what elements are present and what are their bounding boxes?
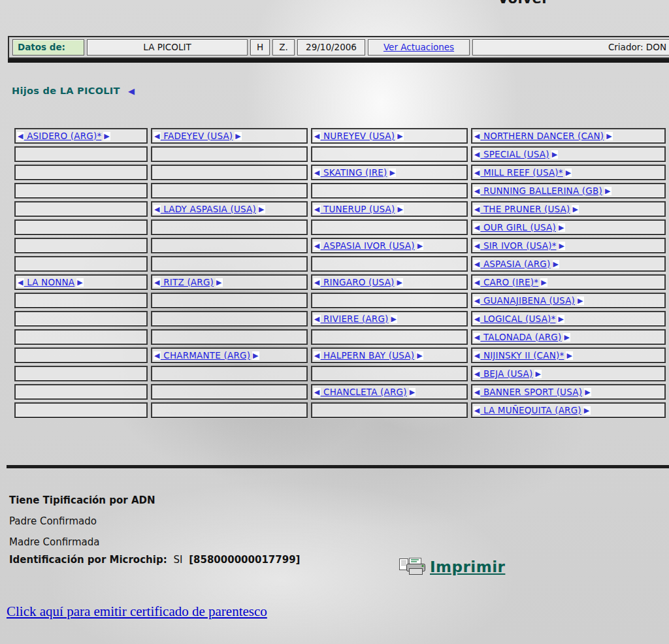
right-arrow-icon[interactable]: ▶ xyxy=(416,351,423,360)
right-arrow-icon[interactable]: ▶ xyxy=(235,132,242,140)
left-arrow-icon[interactable]: ◀ xyxy=(474,315,481,323)
right-arrow-icon[interactable]: ▶ xyxy=(557,315,564,323)
horse-link[interactable]: TUNERUP (USA) xyxy=(321,204,395,214)
horse-link[interactable]: RIVIERE (ARG) xyxy=(321,314,389,324)
horse-link[interactable]: TALONADA (ARG) xyxy=(480,332,561,342)
imprimir-button[interactable]: Imprimir xyxy=(399,556,505,577)
left-arrow-icon[interactable]: ◀ xyxy=(474,242,481,250)
left-arrow-icon[interactable]: ◀ xyxy=(17,132,24,140)
horse-link[interactable]: NUREYEV (USA) xyxy=(321,131,395,141)
right-arrow-icon[interactable]: ▶ xyxy=(409,388,416,396)
right-arrow-icon[interactable]: ▶ xyxy=(558,223,565,232)
pedigree-table-body: ◀ ASIDERO (ARG)*▶◀ FADEYEV (USA)▶◀ NUREY… xyxy=(14,128,666,418)
left-arrow-icon[interactable]: ◀ xyxy=(314,278,321,287)
horse-link[interactable]: GUANAJIBENA (USA) xyxy=(480,295,575,306)
horse-link[interactable]: THE PRUNER (USA) xyxy=(480,204,570,214)
horse-link[interactable]: ASIDERO (ARG)* xyxy=(24,131,102,141)
horse-link[interactable]: BEJA (USA) xyxy=(480,368,532,379)
right-arrow-icon[interactable]: ▶ xyxy=(391,315,398,323)
horse-link[interactable]: FADEYEV (USA) xyxy=(161,131,233,141)
right-arrow-icon[interactable]: ▶ xyxy=(606,132,613,140)
madre-status: Madre Confirmada xyxy=(9,536,100,548)
horse-link[interactable]: LOGICAL (USA)* xyxy=(480,314,555,324)
right-arrow-icon[interactable]: ▶ xyxy=(553,260,560,268)
right-arrow-icon[interactable]: ▶ xyxy=(566,351,573,360)
left-arrow-icon[interactable]: ◀ xyxy=(17,278,24,287)
horse-link[interactable]: LADY ASPASIA (USA) xyxy=(161,204,256,214)
horse-link[interactable]: CHARMANTE (ARG) xyxy=(161,350,250,361)
pedigree-row: ◀ CHANCLETA (ARG)▶◀ BANNER SPORT (USA)▶ xyxy=(14,384,666,400)
certificado-link[interactable]: Click aquí para emitir certificado de pa… xyxy=(7,604,267,620)
left-arrow-icon[interactable]: ◀ xyxy=(474,388,481,396)
right-arrow-icon[interactable]: ▶ xyxy=(583,406,591,415)
left-arrow-icon[interactable]: ◀ xyxy=(474,223,481,232)
horse-link[interactable]: ASPASIA IVOR (USA) xyxy=(321,240,415,251)
right-arrow-icon[interactable]: ▶ xyxy=(216,278,223,287)
left-arrow-icon[interactable]: ◀ xyxy=(474,406,481,415)
left-arrow-icon[interactable]: ◀ xyxy=(474,297,481,305)
horse-link[interactable]: CARO (IRE)* xyxy=(480,277,538,287)
right-arrow-icon[interactable]: ▶ xyxy=(572,205,579,214)
right-arrow-icon[interactable]: ▶ xyxy=(559,242,566,250)
right-arrow-icon[interactable]: ▶ xyxy=(577,297,584,305)
microchip-number: [858000000017799] xyxy=(189,554,300,566)
horse-link[interactable]: MILL REEF (USA)* xyxy=(480,167,563,178)
left-arrow-icon[interactable]: ◀ xyxy=(154,205,161,214)
horse-link[interactable]: SKATING (IRE) xyxy=(321,167,387,178)
left-arrow-icon[interactable]: ◀ xyxy=(474,333,481,342)
left-arrow-icon[interactable]: ◀ xyxy=(474,278,481,287)
right-arrow-icon[interactable]: ▶ xyxy=(584,388,591,396)
left-arrow-icon[interactable]: ◀ xyxy=(128,86,135,96)
right-arrow-icon[interactable]: ▶ xyxy=(397,278,404,287)
right-arrow-icon[interactable]: ▶ xyxy=(551,150,559,159)
volver-link[interactable]: Volver xyxy=(498,0,549,7)
right-arrow-icon[interactable]: ▶ xyxy=(397,132,404,140)
ver-actuaciones-link[interactable]: Ver Actuaciones xyxy=(383,42,454,52)
left-arrow-icon[interactable]: ◀ xyxy=(474,370,481,378)
horse-link[interactable]: SIR IVOR (USA)* xyxy=(480,240,556,251)
left-arrow-icon[interactable]: ◀ xyxy=(474,351,481,360)
left-arrow-icon[interactable]: ◀ xyxy=(474,150,481,159)
horse-link[interactable]: ASPASIA (ARG) xyxy=(480,259,550,269)
left-arrow-icon[interactable]: ◀ xyxy=(314,132,321,140)
left-arrow-icon[interactable]: ◀ xyxy=(474,132,481,140)
pedigree-row: ◀ LA MUÑEQUITA (ARG)▶ xyxy=(14,402,666,418)
right-arrow-icon[interactable]: ▶ xyxy=(604,187,612,195)
horse-link[interactable]: LA MUÑEQUITA (ARG) xyxy=(480,405,581,415)
horse-link[interactable]: CHANCLETA (ARG) xyxy=(321,387,407,397)
horse-link[interactable]: RUNNING BALLERINA (GB) xyxy=(480,185,602,196)
right-arrow-icon[interactable]: ▶ xyxy=(397,205,404,214)
right-arrow-icon[interactable]: ▶ xyxy=(565,169,572,177)
right-arrow-icon[interactable]: ▶ xyxy=(540,278,547,287)
right-arrow-icon[interactable]: ▶ xyxy=(103,132,110,140)
horse-link[interactable]: BANNER SPORT (USA) xyxy=(480,387,582,397)
horse-link[interactable]: LA NONNA xyxy=(24,277,75,287)
left-arrow-icon[interactable]: ◀ xyxy=(154,278,161,287)
right-arrow-icon[interactable]: ▶ xyxy=(563,333,570,342)
left-arrow-icon[interactable]: ◀ xyxy=(314,315,321,323)
horse-link[interactable]: RITZ (ARG) xyxy=(161,277,214,287)
left-arrow-icon[interactable]: ◀ xyxy=(154,132,161,140)
right-arrow-icon[interactable]: ▶ xyxy=(252,351,259,360)
right-arrow-icon[interactable]: ▶ xyxy=(258,205,265,214)
horse-link[interactable]: NIJINSKY II (CAN)* xyxy=(480,350,564,361)
left-arrow-icon[interactable]: ◀ xyxy=(314,169,321,177)
left-arrow-icon[interactable]: ◀ xyxy=(474,169,481,177)
left-arrow-icon[interactable]: ◀ xyxy=(474,205,481,214)
horse-link[interactable]: RINGARO (USA) xyxy=(321,277,395,287)
horse-link[interactable]: OUR GIRL (USA) xyxy=(480,222,556,233)
horse-link[interactable]: NORTHERN DANCER (CAN) xyxy=(480,131,604,141)
left-arrow-icon[interactable]: ◀ xyxy=(154,351,161,360)
left-arrow-icon[interactable]: ◀ xyxy=(314,351,321,360)
right-arrow-icon[interactable]: ▶ xyxy=(417,242,424,250)
horse-link[interactable]: SPECIAL (USA) xyxy=(480,149,549,159)
right-arrow-icon[interactable]: ▶ xyxy=(389,169,396,177)
horse-link[interactable]: HALPERN BAY (USA) xyxy=(321,350,415,361)
right-arrow-icon[interactable]: ▶ xyxy=(76,278,84,287)
left-arrow-icon[interactable]: ◀ xyxy=(314,205,321,214)
left-arrow-icon[interactable]: ◀ xyxy=(314,388,321,396)
left-arrow-icon[interactable]: ◀ xyxy=(474,260,481,268)
left-arrow-icon[interactable]: ◀ xyxy=(314,242,321,250)
left-arrow-icon[interactable]: ◀ xyxy=(474,187,481,195)
right-arrow-icon[interactable]: ▶ xyxy=(534,370,542,378)
